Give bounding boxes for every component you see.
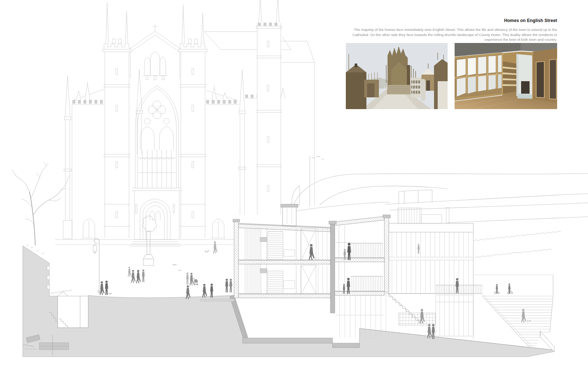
presentation-board: Homes on English Street The majority of … <box>0 0 588 378</box>
photo-street-model <box>346 43 448 109</box>
bare-tree <box>12 162 70 245</box>
cathedral-elevation <box>55 0 315 246</box>
celtic-cross-monument <box>143 216 157 266</box>
photo-interior-model <box>455 43 557 109</box>
street-lamp <box>93 239 101 294</box>
rear-elevation-and-terraces <box>384 208 561 352</box>
caption-paragraph: The majority of the homes face immediate… <box>344 27 557 42</box>
page-title: Homes on English Street <box>344 18 557 23</box>
background-roofscape <box>292 156 588 223</box>
caption-block: Homes on English Street The majority of … <box>344 18 557 42</box>
housing-section <box>233 204 390 338</box>
